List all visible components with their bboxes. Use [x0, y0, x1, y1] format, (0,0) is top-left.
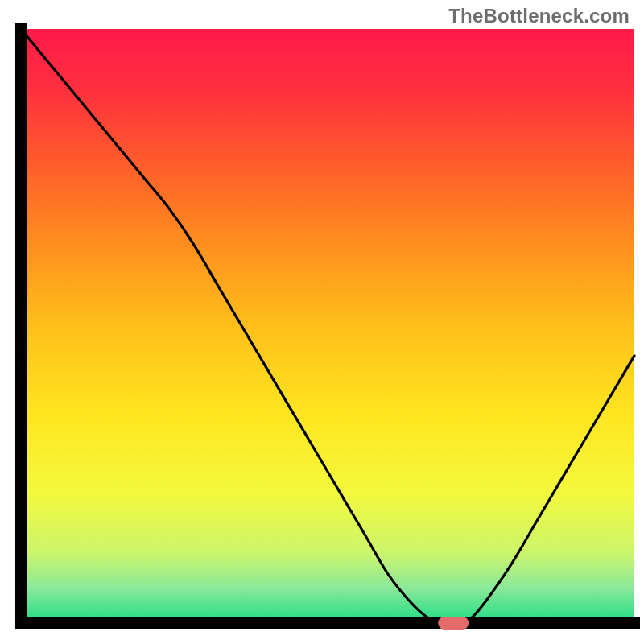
chart-container: { "watermark": "TheBottleneck.com", "cha… [0, 0, 644, 644]
plot-gradient-background [21, 29, 634, 623]
bottleneck-chart [0, 0, 644, 644]
sweet-spot-marker [438, 617, 469, 630]
